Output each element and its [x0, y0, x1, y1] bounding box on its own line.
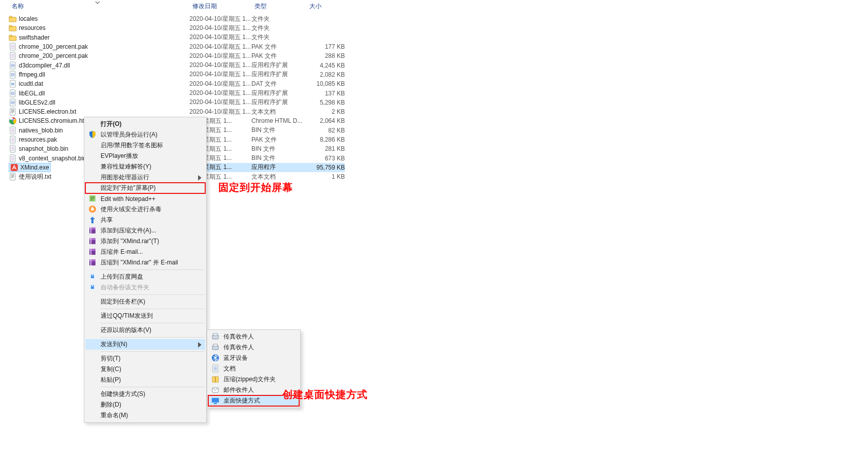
baidu-icon [88, 273, 97, 281]
menu-item-label: 粘贴(P) [101, 376, 121, 384]
file-name-label: icudtl.dat [19, 80, 43, 87]
annotation-create-shortcut: 创建桌面快捷方式 [282, 388, 368, 401]
file-name-cell[interactable]: resources [9, 24, 189, 32]
menu-item[interactable]: 兼容性疑难解答(Y) [85, 161, 205, 172]
file-name-label: resources [19, 24, 46, 31]
file-type-cell: 文件夹 [251, 15, 306, 23]
menu-item[interactable]: 复制(C) [85, 364, 205, 375]
dll-icon [9, 98, 17, 107]
column-splitter-icon[interactable] [94, 0, 101, 9]
file-row[interactable]: swiftshader2020-04-10/星期五 1...文件夹 [0, 33, 868, 42]
shield-icon [88, 130, 97, 139]
file-type-cell: 文本文档 [251, 108, 306, 116]
file-name-cell[interactable]: LICENSE.electron.txt [9, 108, 189, 116]
file-date-cell: 2020-04-10/星期五 1... [189, 15, 251, 23]
file-size-cell: 8,286 KB [306, 136, 345, 143]
fax-icon [211, 332, 219, 341]
file-size-cell: 2,064 KB [306, 117, 345, 124]
menu-item[interactable]: EVPlayer播放 [85, 151, 205, 161]
file-row[interactable]: chrome_100_percent.pak2020-04-10/星期五 1..… [0, 42, 868, 51]
menu-item[interactable]: 压缩(zipped)文件夹 [208, 374, 299, 385]
col-header-size[interactable]: 大小 [306, 0, 345, 13]
menu-separator [101, 323, 205, 323]
bluetooth-icon [211, 354, 219, 362]
file-type-cell: DAT 文件 [251, 80, 306, 88]
menu-item[interactable]: 打开(O) [85, 119, 205, 129]
rar-icon [88, 237, 97, 245]
menu-item[interactable]: 创建快捷方式(S) [85, 389, 205, 399]
file-name-cell[interactable]: icudtl.dat [9, 80, 189, 88]
menu-item[interactable]: 剪切(T) [85, 353, 205, 364]
menu-item[interactable]: 传真收件人 [208, 342, 299, 353]
file-name-cell[interactable]: chrome_200_percent.pak [9, 52, 189, 60]
file-row[interactable]: icudtl.dat2020-04-10/星期五 1...DAT 文件10,08… [0, 79, 868, 88]
file-date-cell: 2020-04-10/星期五 1... [189, 108, 251, 116]
menu-separator [101, 351, 205, 352]
menu-item[interactable]: 添加到压缩文件(A)... [85, 225, 205, 236]
menu-item-label: 删除(D) [101, 400, 121, 409]
file-size-cell: 4,245 KB [306, 62, 345, 69]
menu-item[interactable]: 上传到百度网盘 [85, 272, 205, 282]
menu-item[interactable]: 用图形处理器运行 [85, 172, 205, 183]
file-size-cell: 2 KB [306, 108, 345, 115]
menu-separator [101, 294, 205, 295]
menu-item[interactable]: 还原以前的版本(V) [85, 325, 205, 336]
col-header-date[interactable]: 修改日期 [189, 0, 251, 13]
file-row[interactable]: ffmpeg.dll2020-04-10/星期五 1...应用程序扩展2,082… [0, 70, 868, 79]
file-name-cell[interactable]: ffmpeg.dll [9, 71, 189, 79]
dll-icon [9, 61, 17, 70]
menu-item[interactable]: 添加到 "XMind.rar"(T) [85, 236, 205, 247]
file-row[interactable]: libGLESv2.dll2020-04-10/星期五 1...应用程序扩展5,… [0, 98, 868, 107]
col-header-type[interactable]: 类型 [251, 0, 306, 13]
file-type-cell: BIN 文件 [251, 126, 306, 135]
file-row[interactable]: locales2020-04-10/星期五 1...文件夹 [0, 14, 868, 23]
menu-item-label: 剪切(T) [101, 354, 120, 363]
menu-item[interactable]: 删除(D) [85, 399, 205, 410]
menu-item[interactable]: 压缩并 E-mail... [85, 247, 205, 257]
menu-item[interactable]: 蓝牙设备 [208, 353, 299, 363]
file-name-label: ffmpeg.dll [19, 71, 45, 78]
file-size-cell: 95,759 KB [306, 163, 345, 172]
file-name-cell[interactable]: d3dcompiler_47.dll [9, 61, 189, 70]
menu-item-label: 固定到任务栏(K) [101, 297, 145, 306]
file-row[interactable]: libEGL.dll2020-04-10/星期五 1...应用程序扩展137 K… [0, 88, 868, 97]
menu-item[interactable]: 以管理员身份运行(A) [85, 129, 205, 140]
file-icon [9, 145, 17, 153]
menu-item-label: 打开(O) [101, 120, 121, 128]
file-name-cell[interactable]: swiftshader [9, 34, 189, 42]
file-name-label: chrome_200_percent.pak [19, 52, 88, 59]
file-size-cell: 5,298 KB [306, 99, 345, 106]
doc-icon [211, 364, 219, 373]
menu-item[interactable]: 固定到"开始"屏幕(P) [85, 183, 205, 193]
menu-item[interactable]: 压缩到 "XMind.rar" 并 E-mail [85, 257, 205, 268]
file-name-cell[interactable]: locales [9, 15, 189, 23]
file-date-cell: 2020-04-10/星期五 1... [189, 70, 251, 79]
file-row[interactable]: LICENSE.electron.txt2020-04-10/星期五 1...文… [0, 107, 868, 116]
file-type-cell: 文本文档 [251, 173, 306, 181]
menu-item[interactable]: 传真收件人 [208, 331, 299, 342]
file-name-cell[interactable]: libGLESv2.dll [9, 98, 189, 107]
menu-item[interactable]: 使用火绒安全进行杀毒 [85, 204, 205, 215]
menu-item-label: 上传到百度网盘 [101, 273, 143, 281]
rar-icon [88, 248, 97, 256]
menu-item[interactable]: Edit with Notepad++ [85, 193, 205, 204]
mail-icon [211, 386, 219, 394]
file-row[interactable]: d3dcompiler_47.dll2020-04-10/星期五 1...应用程… [0, 60, 868, 70]
menu-item[interactable]: 粘贴(P) [85, 375, 205, 385]
menu-item[interactable]: 通过QQ/TIM发送到 [85, 311, 205, 321]
menu-item-label: 蓝牙设备 [223, 354, 248, 362]
menu-item[interactable]: 文档 [208, 363, 299, 374]
menu-item[interactable]: 共享 [85, 215, 205, 225]
menu-item[interactable]: 启用/禁用数字签名图标 [85, 140, 205, 151]
menu-item[interactable]: 发送到(N) [85, 339, 205, 350]
file-name-cell[interactable]: chrome_100_percent.pak [9, 43, 189, 51]
menu-item-label: Edit with Notepad++ [101, 195, 155, 203]
menu-item[interactable]: 重命名(M) [85, 410, 205, 421]
file-row[interactable]: resources2020-04-10/星期五 1...文件夹 [0, 23, 868, 32]
menu-item[interactable]: 固定到任务栏(K) [85, 296, 205, 307]
submenu-arrow-icon [198, 175, 202, 179]
file-name-cell[interactable]: libEGL.dll [9, 89, 189, 97]
file-size-cell: 177 KB [306, 43, 345, 50]
txt-icon [9, 108, 17, 116]
file-row[interactable]: chrome_200_percent.pak2020-04-10/星期五 1..… [0, 51, 868, 60]
